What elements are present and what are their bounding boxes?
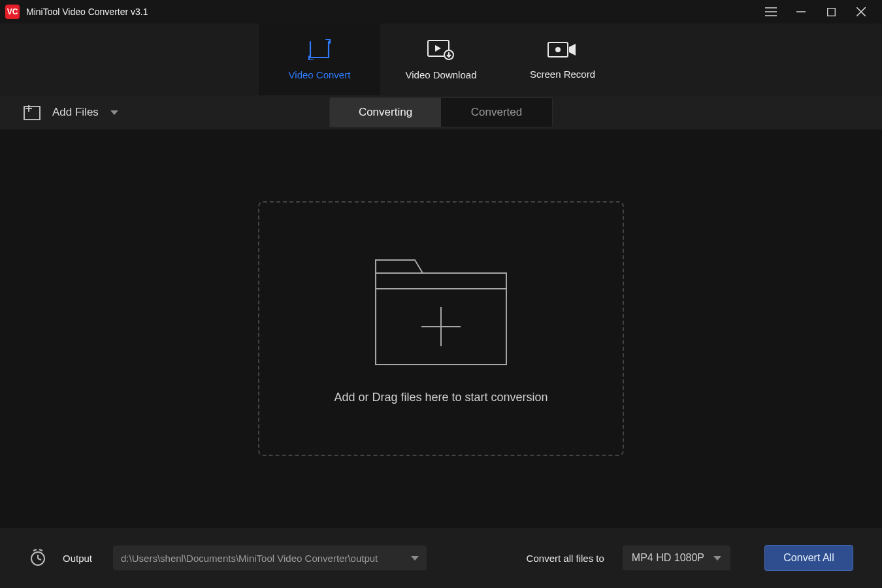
minimize-button[interactable] xyxy=(794,5,808,18)
nav-tab-video-download[interactable]: Video Download xyxy=(380,24,502,95)
subtab-group: Converting Converted xyxy=(329,97,553,127)
add-files-label: Add Files xyxy=(52,106,99,119)
svg-marker-8 xyxy=(435,45,441,52)
clock-icon[interactable] xyxy=(29,549,47,567)
svg-line-24 xyxy=(33,549,37,551)
convert-all-label: Convert all files to xyxy=(527,553,604,564)
nav-tab-video-convert[interactable]: Video Convert xyxy=(259,24,380,95)
subtab-label: Converted xyxy=(471,106,522,119)
logo-text: VC xyxy=(7,7,18,16)
screen-record-icon xyxy=(547,40,578,59)
toolbar: Add Files Converting Converted xyxy=(0,95,882,129)
output-format-selector[interactable]: MP4 HD 1080P xyxy=(623,546,730,570)
add-file-icon xyxy=(24,105,41,120)
output-path-selector[interactable]: d:\Users\shenl\Documents\MiniTool Video … xyxy=(113,546,427,570)
window-controls xyxy=(764,5,877,18)
app-title: MiniTool Video Converter v3.1 xyxy=(26,7,148,17)
main-area: Add or Drag files here to start conversi… xyxy=(0,129,882,528)
dropzone-text: Add or Drag files here to start conversi… xyxy=(334,391,547,404)
footer: Output d:\Users\shenl\Documents\MiniTool… xyxy=(0,528,882,588)
maximize-button[interactable] xyxy=(825,5,838,18)
nav-label: Video Convert xyxy=(289,69,351,80)
svg-line-23 xyxy=(38,559,41,560)
app-logo: VC xyxy=(5,5,20,19)
chevron-down-icon xyxy=(411,556,419,561)
close-icon xyxy=(857,7,866,16)
nav-label: Screen Record xyxy=(530,69,595,80)
subtab-converting[interactable]: Converting xyxy=(330,98,441,127)
titlebar: VC MiniTool Video Converter v3.1 xyxy=(0,0,882,24)
hamburger-icon xyxy=(765,7,777,16)
folder-add-icon xyxy=(369,253,513,371)
nav-tab-screen-record[interactable]: Screen Record xyxy=(502,24,623,95)
output-path-text: d:\Users\shenl\Documents\MiniTool Video … xyxy=(121,553,378,564)
output-label: Output xyxy=(63,553,92,564)
svg-point-12 xyxy=(555,47,561,52)
subtab-converted[interactable]: Converted xyxy=(441,98,552,127)
subtab-label: Converting xyxy=(359,106,412,119)
video-convert-icon xyxy=(306,39,333,60)
add-files-button[interactable]: Add Files xyxy=(24,105,118,120)
dropzone[interactable]: Add or Drag files here to start conversi… xyxy=(258,201,624,456)
close-button[interactable] xyxy=(855,5,868,18)
convert-all-button[interactable]: Convert All xyxy=(764,545,853,571)
nav-label: Video Download xyxy=(406,69,477,80)
video-download-icon xyxy=(427,39,455,60)
format-selected-text: MP4 HD 1080P xyxy=(632,552,704,564)
titlebar-left: VC MiniTool Video Converter v3.1 xyxy=(5,5,148,19)
chevron-down-icon xyxy=(110,110,118,115)
menu-button[interactable] xyxy=(764,5,777,18)
convert-button-label: Convert All xyxy=(783,552,834,564)
svg-rect-4 xyxy=(827,8,835,16)
svg-line-25 xyxy=(39,549,42,551)
main-nav: Video Convert Video Download Screen Reco… xyxy=(0,24,882,95)
app-window: VC MiniTool Video Converter v3.1 xyxy=(0,0,882,588)
chevron-down-icon xyxy=(713,556,721,561)
minimize-icon xyxy=(796,7,806,16)
svg-marker-13 xyxy=(569,44,576,56)
maximize-icon xyxy=(827,8,836,16)
